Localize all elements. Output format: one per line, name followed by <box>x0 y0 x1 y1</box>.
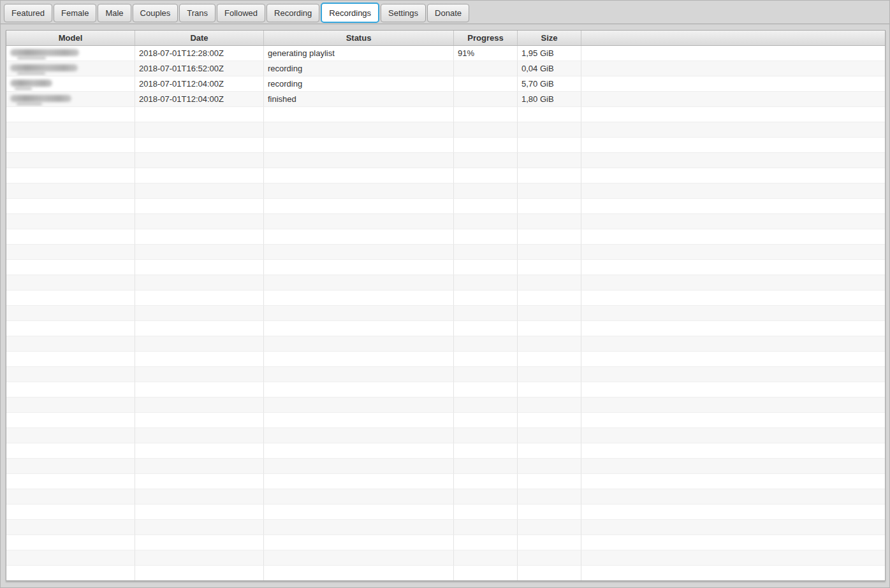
cell-progress <box>454 321 518 336</box>
cell-model <box>6 413 135 428</box>
cell-size <box>518 306 581 321</box>
cell-filler <box>581 138 885 153</box>
cell-date <box>135 245 264 260</box>
empty-row[interactable] <box>6 550 885 566</box>
empty-row[interactable] <box>6 321 885 336</box>
empty-row[interactable] <box>6 443 885 459</box>
empty-row[interactable] <box>6 107 885 122</box>
tab-donate[interactable]: Donate <box>427 4 469 22</box>
column-header-model[interactable]: Model <box>6 31 135 45</box>
empty-row[interactable] <box>6 183 885 199</box>
cell-model <box>6 138 135 153</box>
cell-size: 1,95 GiB <box>518 46 581 61</box>
tab-female[interactable]: Female <box>54 4 96 22</box>
empty-row[interactable] <box>6 352 885 367</box>
cell-size <box>518 336 581 352</box>
cell-status <box>264 183 454 199</box>
tab-trans[interactable]: Trans <box>179 4 215 22</box>
cell-size <box>518 260 581 275</box>
empty-row[interactable] <box>6 505 885 520</box>
cell-model <box>6 428 135 443</box>
empty-row[interactable] <box>6 336 885 352</box>
tab-recordings[interactable]: Recordings <box>321 3 379 23</box>
column-header-status[interactable]: Status <box>264 31 454 45</box>
cell-progress <box>454 290 518 306</box>
table-row[interactable]: 2018-07-01T16:52:00Zrecording0,04 GiB <box>6 61 885 76</box>
empty-row[interactable] <box>6 520 885 535</box>
cell-status <box>264 245 454 260</box>
empty-row[interactable] <box>6 306 885 321</box>
cell-model <box>6 336 135 352</box>
cell-status <box>264 550 454 566</box>
cell-filler <box>581 122 885 138</box>
empty-row[interactable] <box>6 122 885 138</box>
tab-featured[interactable]: Featured <box>4 4 52 22</box>
empty-row[interactable] <box>6 245 885 260</box>
tab-bar: FeaturedFemaleMaleCouplesTransFollowedRe… <box>1 1 889 24</box>
empty-row[interactable] <box>6 214 885 229</box>
cell-size <box>518 398 581 413</box>
cell-status <box>264 153 454 168</box>
cell-status <box>264 382 454 398</box>
cell-progress <box>454 382 518 398</box>
empty-row[interactable] <box>6 229 885 245</box>
cell-filler <box>581 321 885 336</box>
column-header-progress[interactable]: Progress <box>454 31 518 45</box>
cell-status <box>264 214 454 229</box>
tab-male[interactable]: Male <box>98 4 131 22</box>
cell-date <box>135 382 264 398</box>
cell-date <box>135 398 264 413</box>
cell-model <box>6 107 135 122</box>
cell-date <box>135 214 264 229</box>
empty-row[interactable] <box>6 260 885 275</box>
empty-row[interactable] <box>6 168 885 183</box>
cell-model <box>6 367 135 382</box>
empty-row[interactable] <box>6 153 885 168</box>
cell-size <box>518 321 581 336</box>
cell-date <box>135 535 264 550</box>
cell-model <box>6 122 135 138</box>
cell-date <box>135 290 264 306</box>
empty-row[interactable] <box>6 428 885 443</box>
table-row[interactable]: 2018-07-01T12:04:00Zfinished1,80 GiB <box>6 92 885 107</box>
column-header-size[interactable]: Size <box>518 31 581 45</box>
cell-progress <box>454 153 518 168</box>
tab-followed[interactable]: Followed <box>217 4 265 22</box>
empty-row[interactable] <box>6 138 885 153</box>
cell-status: recording <box>264 61 454 76</box>
table-header-row: ModelDateStatusProgressSize <box>6 31 885 46</box>
cell-progress <box>454 535 518 550</box>
cell-status <box>264 306 454 321</box>
empty-row[interactable] <box>6 489 885 505</box>
tab-recording[interactable]: Recording <box>266 4 319 22</box>
empty-row[interactable] <box>6 275 885 290</box>
table-row[interactable]: 2018-07-01T12:28:00Zgenerating playlist9… <box>6 46 885 61</box>
empty-row[interactable] <box>6 290 885 306</box>
cell-model <box>6 92 135 107</box>
cell-progress <box>454 398 518 413</box>
cell-status <box>264 275 454 290</box>
column-header-date[interactable]: Date <box>135 31 264 45</box>
empty-row[interactable] <box>6 382 885 398</box>
empty-row[interactable] <box>6 199 885 214</box>
cell-date <box>135 275 264 290</box>
cell-model <box>6 459 135 474</box>
empty-row[interactable] <box>6 398 885 413</box>
empty-row[interactable] <box>6 566 885 581</box>
tab-settings[interactable]: Settings <box>381 4 426 22</box>
empty-row[interactable] <box>6 459 885 474</box>
cell-size <box>518 275 581 290</box>
tab-couples[interactable]: Couples <box>133 4 179 22</box>
cell-size <box>518 138 581 153</box>
empty-row[interactable] <box>6 474 885 489</box>
cell-status <box>264 138 454 153</box>
empty-row[interactable] <box>6 367 885 382</box>
table-row[interactable]: 2018-07-01T12:04:00Zrecording5,70 GiB <box>6 76 885 92</box>
empty-row[interactable] <box>6 535 885 550</box>
cell-size <box>518 535 581 550</box>
empty-row[interactable] <box>6 413 885 428</box>
cell-status <box>264 443 454 459</box>
redacted-model-name <box>10 95 71 102</box>
cell-progress <box>454 566 518 581</box>
cell-status <box>264 229 454 245</box>
